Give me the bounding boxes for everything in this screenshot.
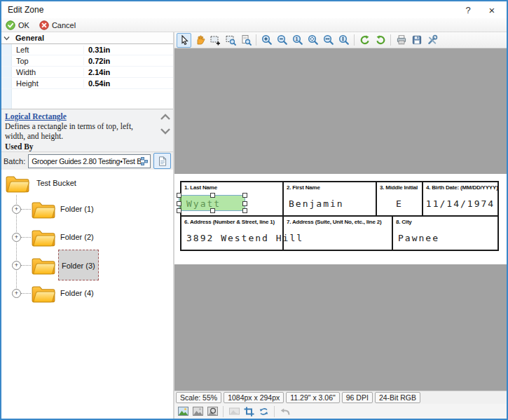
expander-plus-icon[interactable]: + — [12, 261, 21, 270]
tree-item-folder-4[interactable]: + Folder (4) — [1, 279, 173, 307]
status-inch-size: 11.29" x 3.06" — [286, 392, 339, 403]
batch-label: Batch: — [4, 157, 25, 165]
save-button[interactable] — [409, 33, 424, 48]
undo-arrow-icon — [280, 407, 291, 416]
crop-button[interactable] — [242, 405, 255, 417]
zoom-fit-page-button[interactable] — [306, 33, 320, 48]
resize-handle-sw[interactable] — [177, 208, 181, 213]
title-bar: Edit Zone ? × — [1, 1, 507, 18]
new-zone-button[interactable] — [207, 33, 222, 48]
property-value[interactable]: 2.14in — [84, 68, 110, 76]
resize-handle-n[interactable] — [210, 193, 215, 198]
property-row[interactable]: Height 0.54in — [1, 78, 173, 89]
property-group-header[interactable]: General — [1, 32, 173, 44]
zoom-actual-size-button[interactable]: 1 — [290, 33, 305, 48]
tree-branch-line — [21, 209, 31, 210]
resize-handle-se[interactable] — [242, 208, 247, 213]
tree-root-test-bucket[interactable]: Test Bucket — [1, 171, 173, 195]
resize-handle-w[interactable] — [177, 201, 181, 206]
description-panel: Logical Rectangle Defines a rectangle in… — [1, 109, 173, 151]
property-value[interactable]: 0.72in — [84, 57, 110, 65]
pointer-icon — [179, 34, 190, 46]
toolbar-separator — [274, 406, 275, 417]
view-document-button[interactable] — [153, 153, 171, 169]
edit-zone-selection[interactable] — [179, 195, 245, 211]
print-button[interactable] — [394, 33, 409, 48]
zoom-fit-height-button[interactable] — [336, 33, 351, 48]
field-label: 6. Address (Number & Street, line 1) — [184, 219, 275, 225]
property-value[interactable]: 0.31in — [84, 46, 110, 54]
collapse-chevron-icon[interactable] — [1, 36, 11, 41]
document-page-icon — [158, 156, 167, 166]
scroll-down-icon[interactable] — [160, 128, 171, 135]
folder-icon — [31, 227, 56, 248]
compare-icon — [229, 407, 240, 416]
field-city[interactable]: 8. City Pawnee — [392, 217, 497, 250]
field-middle-initial[interactable]: 3. Middle Initial E — [376, 182, 422, 215]
settings-button[interactable] — [425, 33, 439, 48]
resize-handle-ne[interactable] — [242, 193, 247, 198]
image-viewer-canvas[interactable]: 1. Last Name Wyatt 2. First Name Benjami… — [174, 48, 507, 391]
tree-branch-line — [21, 265, 31, 266]
help-button[interactable]: ? — [456, 2, 480, 18]
field-label: 3. Middle Initial — [380, 184, 418, 191]
property-row[interactable]: Width 2.14in — [1, 67, 173, 78]
show-grayscale-image-button[interactable] — [191, 405, 204, 417]
tree-branch-line — [21, 293, 31, 294]
tree-item-label: Folder (3) — [62, 262, 95, 270]
property-value[interactable]: 0.54in — [84, 79, 110, 88]
property-row[interactable]: Top 0.72in — [1, 55, 173, 67]
folder-icon — [31, 255, 56, 276]
expander-plus-icon[interactable]: + — [12, 289, 21, 298]
property-row[interactable]: Left 0.31in — [1, 44, 173, 55]
refresh-icon — [259, 407, 269, 416]
property-name: Top — [12, 57, 84, 65]
save-floppy-icon — [411, 34, 423, 46]
refresh-button[interactable] — [257, 405, 270, 417]
field-address-2[interactable]: 7. Address (Suite, Unit No, etc., line 2… — [282, 217, 392, 250]
field-value: Benjamin — [289, 198, 344, 209]
batch-tree-icon — [141, 157, 149, 165]
ok-button[interactable]: OK — [6, 20, 29, 30]
row-gutter — [1, 44, 12, 55]
field-address-1[interactable]: 6. Address (Number & Street, line 1) 389… — [181, 217, 282, 250]
scroll-up-icon[interactable] — [160, 114, 171, 120]
document-page[interactable]: 1. Last Name Wyatt 2. First Name Benjami… — [174, 174, 507, 264]
zoom-in-button[interactable] — [259, 33, 274, 48]
tree-item-folder-1[interactable]: + Folder (1) — [1, 195, 173, 223]
batch-combo[interactable]: Grooper Guides 2.80 Testing•Test Bucket — [28, 154, 151, 168]
tree-item-folder-3-selected[interactable]: + Folder (3) — [1, 251, 173, 279]
image-stamp-icon — [207, 407, 218, 416]
close-button[interactable]: × — [480, 2, 504, 18]
field-first-name[interactable]: 2. First Name Benjamin — [282, 182, 376, 215]
rotate-left-button[interactable] — [357, 33, 372, 48]
expander-plus-icon[interactable]: + — [12, 233, 21, 242]
resize-handle-nw[interactable] — [177, 193, 181, 198]
show-processed-image-button[interactable] — [206, 405, 219, 417]
show-color-image-button[interactable] — [177, 405, 189, 417]
field-birth-date[interactable]: 4. Birth Date: (MM/DD/YYYY) 11/14/1974 — [422, 182, 497, 215]
field-value: E — [377, 198, 422, 209]
logical-rectangle-link[interactable]: Logical Rectangle — [5, 112, 67, 121]
status-pixel-size: 1084px x 294px — [224, 392, 284, 403]
resize-handle-s[interactable] — [210, 208, 215, 213]
crop-icon — [244, 407, 254, 416]
resize-handle-e[interactable] — [242, 201, 247, 206]
pointer-tool-button[interactable] — [177, 33, 191, 48]
zoom-out-icon — [277, 34, 288, 46]
zoom-fit-width-button[interactable] — [321, 33, 336, 48]
zoom-out-button[interactable] — [275, 33, 289, 48]
form-table: 1. Last Name Wyatt 2. First Name Benjami… — [180, 181, 499, 251]
rotate-right-button[interactable] — [373, 33, 387, 48]
fit-width-icon — [323, 34, 334, 46]
zoom-selection-button[interactable] — [223, 33, 238, 48]
tree-item-folder-2[interactable]: + Folder (2) — [1, 223, 173, 251]
property-grid: General Left 0.31in Top 0.72in Width 2.1… — [1, 32, 173, 109]
page-preview-button[interactable] — [238, 33, 253, 48]
tree-item-label: Folder (1) — [60, 205, 94, 213]
zoom-in-icon — [261, 34, 273, 46]
expander-plus-icon[interactable]: + — [12, 205, 21, 214]
pan-tool-button[interactable] — [192, 33, 207, 48]
folder-icon — [5, 173, 30, 194]
cancel-button[interactable]: Cancel — [39, 20, 76, 30]
